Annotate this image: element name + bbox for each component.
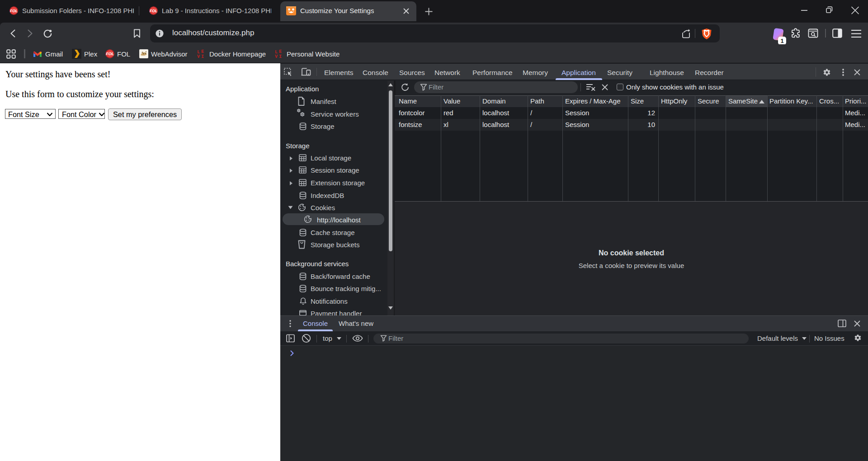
svg-text:FOL: FOL: [150, 9, 157, 13]
svg-text:V: V: [275, 54, 278, 59]
svg-text:FOL: FOL: [106, 52, 114, 56]
svg-text:E: E: [201, 49, 204, 54]
svg-text:E: E: [279, 49, 282, 54]
svg-text:I: I: [279, 54, 282, 59]
svg-text:V: V: [197, 54, 200, 59]
svg-text:1: 1: [780, 38, 783, 44]
svg-text:I: I: [201, 54, 204, 59]
svg-text:FOL: FOL: [10, 9, 18, 13]
